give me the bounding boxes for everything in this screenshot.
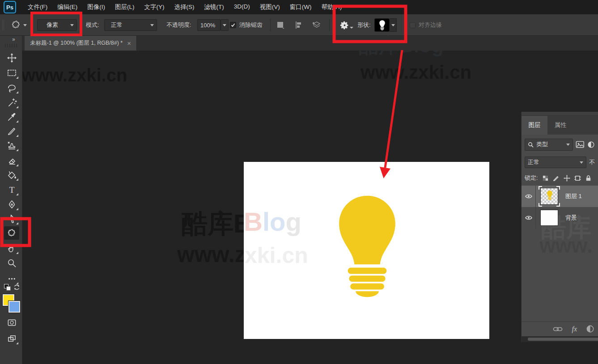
align-edges-checkbox[interactable] [410, 22, 416, 28]
edit-toolbar-button[interactable] [4, 272, 19, 285]
shape-picker-dropdown[interactable] [390, 18, 397, 32]
adjustment-filter-icon[interactable] [587, 140, 595, 149]
lightbulb-shape-icon [379, 20, 386, 30]
layer-name[interactable]: 图层 1 [565, 192, 582, 200]
lightbulb-shape [334, 195, 400, 298]
image-filter-icon[interactable] [576, 140, 585, 149]
panel-header-strip [522, 112, 598, 116]
watermark-text: Blog [244, 207, 301, 237]
custom-shape-icon [7, 228, 17, 238]
layer-thumbnail[interactable] [540, 188, 558, 205]
menu-3d[interactable]: 3D(D) [232, 2, 252, 12]
layer-row[interactable]: 图层 1 [522, 186, 598, 207]
options-grip [2, 20, 5, 30]
tool-preset-button[interactable] [11, 14, 27, 36]
menu-file[interactable]: 文件(F) [26, 2, 49, 12]
lasso-tool[interactable] [4, 81, 19, 94]
path-operations-button[interactable] [276, 14, 285, 36]
path-selection-tool[interactable] [4, 212, 19, 225]
custom-shape-tool[interactable] [4, 226, 19, 240]
ellipsis-icon [7, 274, 17, 284]
visibility-toggle[interactable] [522, 207, 536, 229]
opacity-value-field[interactable]: 100% [197, 19, 221, 31]
clone-stamp-icon [7, 140, 17, 151]
layer-filter-dropdown[interactable]: 类型 [525, 139, 573, 151]
lock-artboard-icon[interactable] [574, 175, 581, 182]
paint-bucket-icon [7, 170, 17, 180]
menu-filter[interactable]: 滤镜(T) [203, 2, 226, 12]
default-colors-control[interactable] [0, 284, 22, 294]
stack-order-icon [311, 20, 322, 30]
menu-select[interactable]: 选择(S) [173, 2, 196, 12]
watermark-text: xki.cn [245, 242, 308, 268]
zoom-icon [7, 258, 17, 268]
lock-pixels-icon[interactable] [553, 175, 560, 182]
layers-panel-footer: fx [522, 322, 598, 336]
antialias-checkbox[interactable] [230, 22, 236, 28]
gear-icon [340, 21, 349, 30]
path-arrangement-button[interactable] [311, 14, 322, 36]
mode-dropdown[interactable]: 正常 [104, 19, 157, 31]
layer-row[interactable]: 背景 [522, 207, 598, 229]
menu-layer[interactable]: 图层(L) [113, 2, 136, 12]
link-layers-icon[interactable] [553, 326, 563, 332]
swap-colors-icon[interactable] [13, 284, 20, 291]
path-align-button[interactable] [293, 14, 303, 36]
hand-icon [7, 243, 17, 254]
menu-type[interactable]: 文字(Y) [143, 2, 166, 12]
lock-all-icon[interactable] [585, 175, 592, 182]
chevron-down-icon [150, 24, 154, 26]
chevron-down-icon [580, 161, 583, 164]
visibility-toggle[interactable] [522, 186, 536, 207]
document-canvas[interactable]: Blog xki.cn [244, 162, 489, 339]
eyedropper-tool[interactable] [4, 110, 19, 123]
magic-wand-tool[interactable] [4, 96, 19, 109]
separator [270, 19, 271, 31]
brush-icon [7, 126, 17, 136]
rectangular-marquee-tool[interactable] [4, 66, 19, 80]
rect-marquee-icon [7, 68, 17, 78]
quick-mask-button[interactable] [4, 316, 19, 329]
hand-tool[interactable] [4, 241, 19, 255]
eraser-tool[interactable] [4, 154, 19, 167]
watermark-text: www. [539, 233, 592, 258]
tab-layers[interactable]: 图层 [522, 116, 547, 135]
menu-edit[interactable]: 编辑(E) [55, 2, 79, 12]
watermark-text: www.zxki.cn [360, 62, 471, 83]
collapse-panel-button[interactable]: » [12, 36, 14, 42]
tab-properties[interactable]: 属性 [547, 116, 573, 135]
shape-picker-swatch[interactable] [374, 18, 390, 32]
move-tool[interactable] [4, 51, 19, 64]
document-tab[interactable]: 未标题-1 @ 100% (图层 1, RGB/8#) * × [25, 36, 137, 51]
tools-panel: » [0, 36, 22, 364]
layer-name[interactable]: 背景 [565, 214, 577, 222]
align-icon [293, 20, 303, 30]
zoom-tool[interactable] [4, 256, 19, 270]
clone-stamp-tool[interactable] [4, 139, 19, 152]
opacity-dropdown-button[interactable] [221, 19, 229, 31]
panel-tabs: 图层 属性 [522, 116, 598, 135]
type-tool[interactable]: T [4, 183, 19, 196]
screen-mode-icon [7, 334, 17, 344]
layer-thumbnail[interactable] [540, 210, 558, 226]
paint-bucket-tool[interactable] [4, 168, 19, 182]
menu-help[interactable]: 帮助(H) [319, 2, 344, 12]
blend-mode-dropdown[interactable]: 正常 [525, 157, 586, 168]
screen-mode-button[interactable] [4, 332, 19, 345]
pen-icon [7, 199, 17, 210]
pen-tool[interactable] [4, 198, 19, 211]
menu-image[interactable]: 图像(I) [85, 2, 107, 12]
menu-window[interactable]: 窗口(W) [288, 2, 314, 12]
fill-mode-dropdown[interactable]: 像素 [37, 19, 77, 31]
panel-resize-strip[interactable] [522, 336, 598, 342]
lock-position-icon[interactable] [564, 175, 570, 182]
options-bar: 像素 模式: 正常 不透明度: 100% 消除锯齿 [0, 14, 598, 36]
lock-transparency-icon[interactable] [542, 175, 549, 182]
new-adjustment-layer-icon[interactable] [586, 325, 594, 333]
layer-style-icon[interactable]: fx [572, 325, 577, 333]
menu-view[interactable]: 视图(V) [258, 2, 282, 12]
brush-tool[interactable] [4, 124, 19, 138]
background-color-swatch[interactable] [8, 301, 20, 313]
shape-settings-button[interactable] [340, 14, 353, 36]
close-icon[interactable]: × [127, 39, 131, 47]
